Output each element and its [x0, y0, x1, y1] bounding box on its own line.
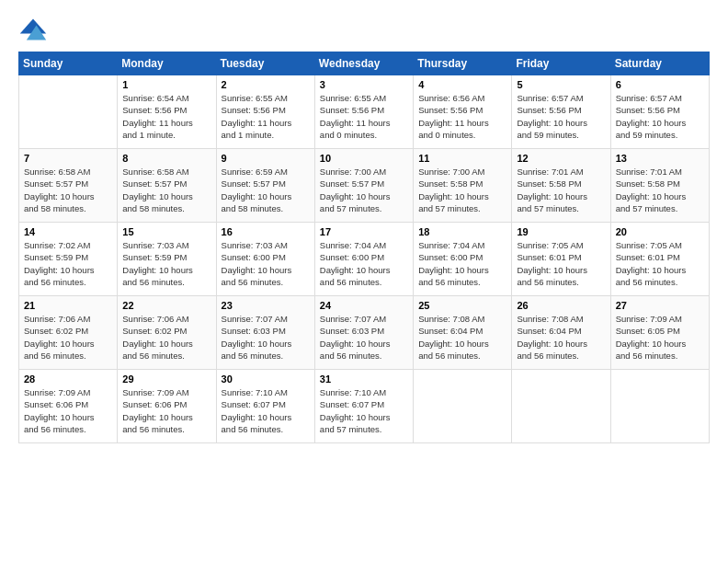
weekday-header-sunday: Sunday [19, 52, 118, 75]
day-cell: 7Sunrise: 6:58 AM Sunset: 5:57 PM Daylig… [19, 149, 118, 223]
day-info: Sunrise: 7:01 AM Sunset: 5:58 PM Dayligh… [517, 166, 605, 214]
day-cell: 4Sunrise: 6:56 AM Sunset: 5:56 PM Daylig… [414, 75, 512, 149]
day-cell: 29Sunrise: 7:09 AM Sunset: 6:06 PM Dayli… [118, 370, 216, 443]
day-info: Sunrise: 7:07 AM Sunset: 6:03 PM Dayligh… [222, 313, 310, 362]
day-cell [512, 370, 610, 443]
day-cell: 14Sunrise: 7:02 AM Sunset: 5:59 PM Dayli… [19, 223, 118, 296]
day-info: Sunrise: 7:06 AM Sunset: 6:02 PM Dayligh… [122, 313, 210, 362]
day-cell [414, 370, 512, 443]
day-cell: 11Sunrise: 7:00 AM Sunset: 5:58 PM Dayli… [414, 149, 512, 223]
weekday-header-saturday: Saturday [610, 52, 709, 75]
calendar-body: 1Sunrise: 6:54 AM Sunset: 5:56 PM Daylig… [19, 75, 710, 443]
day-info: Sunrise: 7:03 AM Sunset: 5:59 PM Dayligh… [122, 239, 210, 288]
day-number: 13 [616, 153, 704, 164]
day-info: Sunrise: 7:08 AM Sunset: 6:04 PM Dayligh… [517, 313, 605, 362]
week-row-5: 28Sunrise: 7:09 AM Sunset: 6:06 PM Dayli… [19, 370, 710, 443]
day-number: 26 [517, 300, 605, 311]
day-cell: 28Sunrise: 7:09 AM Sunset: 6:06 PM Dayli… [19, 370, 118, 443]
day-info: Sunrise: 7:03 AM Sunset: 6:00 PM Dayligh… [222, 239, 310, 288]
day-info: Sunrise: 7:09 AM Sunset: 6:06 PM Dayligh… [122, 386, 210, 435]
day-info: Sunrise: 7:04 AM Sunset: 6:00 PM Dayligh… [320, 239, 408, 288]
day-number: 17 [320, 226, 408, 237]
day-cell: 5Sunrise: 6:57 AM Sunset: 5:56 PM Daylig… [512, 75, 610, 149]
day-cell: 26Sunrise: 7:08 AM Sunset: 6:04 PM Dayli… [512, 296, 610, 370]
page: SundayMondayTuesdayWednesdayThursdayFrid… [0, 0, 728, 563]
day-cell [19, 75, 118, 149]
day-number: 21 [24, 300, 112, 311]
logo [18, 17, 51, 42]
day-number: 8 [122, 153, 210, 164]
day-info: Sunrise: 6:58 AM Sunset: 5:57 PM Dayligh… [24, 166, 112, 214]
weekday-header-friday: Friday [512, 52, 610, 75]
day-info: Sunrise: 6:58 AM Sunset: 5:57 PM Dayligh… [122, 166, 210, 214]
weekday-header-tuesday: Tuesday [216, 52, 314, 75]
day-number: 30 [222, 373, 310, 385]
day-info: Sunrise: 7:07 AM Sunset: 6:03 PM Dayligh… [320, 313, 408, 362]
day-number: 15 [122, 226, 210, 237]
day-cell: 6Sunrise: 6:57 AM Sunset: 5:56 PM Daylig… [610, 75, 709, 149]
day-cell: 10Sunrise: 7:00 AM Sunset: 5:57 PM Dayli… [314, 149, 413, 223]
day-cell: 20Sunrise: 7:05 AM Sunset: 6:01 PM Dayli… [610, 223, 709, 296]
day-cell: 15Sunrise: 7:03 AM Sunset: 5:59 PM Dayli… [118, 223, 216, 296]
day-cell: 16Sunrise: 7:03 AM Sunset: 6:00 PM Dayli… [216, 223, 314, 296]
day-cell: 2Sunrise: 6:55 AM Sunset: 5:56 PM Daylig… [216, 75, 314, 149]
day-info: Sunrise: 6:56 AM Sunset: 5:56 PM Dayligh… [418, 92, 506, 141]
day-info: Sunrise: 7:08 AM Sunset: 6:04 PM Dayligh… [418, 313, 506, 362]
day-info: Sunrise: 7:06 AM Sunset: 6:02 PM Dayligh… [24, 313, 112, 362]
day-info: Sunrise: 7:10 AM Sunset: 6:07 PM Dayligh… [320, 386, 408, 435]
day-cell: 8Sunrise: 6:58 AM Sunset: 5:57 PM Daylig… [118, 149, 216, 223]
day-number: 20 [616, 226, 704, 237]
day-number: 27 [616, 300, 704, 311]
day-number: 19 [517, 226, 605, 237]
day-cell: 24Sunrise: 7:07 AM Sunset: 6:03 PM Dayli… [314, 296, 413, 370]
day-number: 5 [517, 79, 605, 90]
day-cell: 12Sunrise: 7:01 AM Sunset: 5:58 PM Dayli… [512, 149, 610, 223]
day-cell: 21Sunrise: 7:06 AM Sunset: 6:02 PM Dayli… [19, 296, 118, 370]
day-number: 6 [616, 79, 704, 90]
calendar-header: SundayMondayTuesdayWednesdayThursdayFrid… [19, 52, 710, 75]
day-info: Sunrise: 7:04 AM Sunset: 6:00 PM Dayligh… [418, 239, 506, 288]
day-cell: 25Sunrise: 7:08 AM Sunset: 6:04 PM Dayli… [414, 296, 512, 370]
day-info: Sunrise: 6:57 AM Sunset: 5:56 PM Dayligh… [517, 92, 605, 141]
day-cell: 13Sunrise: 7:01 AM Sunset: 5:58 PM Dayli… [610, 149, 709, 223]
day-number: 25 [418, 300, 506, 311]
day-cell: 22Sunrise: 7:06 AM Sunset: 6:02 PM Dayli… [118, 296, 216, 370]
day-info: Sunrise: 7:10 AM Sunset: 6:07 PM Dayligh… [222, 386, 310, 435]
day-number: 9 [222, 153, 310, 164]
day-number: 10 [320, 153, 408, 164]
day-number: 14 [24, 226, 112, 237]
day-cell: 30Sunrise: 7:10 AM Sunset: 6:07 PM Dayli… [216, 370, 314, 443]
day-number: 23 [222, 300, 310, 311]
day-info: Sunrise: 7:05 AM Sunset: 6:01 PM Dayligh… [616, 239, 704, 288]
week-row-4: 21Sunrise: 7:06 AM Sunset: 6:02 PM Dayli… [19, 296, 710, 370]
day-info: Sunrise: 6:59 AM Sunset: 5:57 PM Dayligh… [222, 166, 310, 214]
day-info: Sunrise: 6:55 AM Sunset: 5:56 PM Dayligh… [222, 92, 310, 141]
day-cell: 18Sunrise: 7:04 AM Sunset: 6:00 PM Dayli… [414, 223, 512, 296]
week-row-2: 7Sunrise: 6:58 AM Sunset: 5:57 PM Daylig… [19, 149, 710, 223]
logo-icon [18, 17, 48, 42]
week-row-1: 1Sunrise: 6:54 AM Sunset: 5:56 PM Daylig… [19, 75, 710, 149]
day-number: 29 [122, 373, 210, 385]
day-cell: 27Sunrise: 7:09 AM Sunset: 6:05 PM Dayli… [610, 296, 709, 370]
day-cell [610, 370, 709, 443]
day-cell: 19Sunrise: 7:05 AM Sunset: 6:01 PM Dayli… [512, 223, 610, 296]
day-number: 16 [222, 226, 310, 237]
day-cell: 17Sunrise: 7:04 AM Sunset: 6:00 PM Dayli… [314, 223, 413, 296]
day-info: Sunrise: 6:57 AM Sunset: 5:56 PM Dayligh… [616, 92, 704, 141]
weekday-header-wednesday: Wednesday [314, 52, 413, 75]
day-number: 11 [418, 153, 506, 164]
day-number: 2 [222, 79, 310, 90]
day-number: 12 [517, 153, 605, 164]
day-info: Sunrise: 7:09 AM Sunset: 6:06 PM Dayligh… [24, 386, 112, 435]
week-row-3: 14Sunrise: 7:02 AM Sunset: 5:59 PM Dayli… [19, 223, 710, 296]
day-info: Sunrise: 7:05 AM Sunset: 6:01 PM Dayligh… [517, 239, 605, 288]
day-number: 22 [122, 300, 210, 311]
day-info: Sunrise: 7:02 AM Sunset: 5:59 PM Dayligh… [24, 239, 112, 288]
day-number: 3 [320, 79, 408, 90]
day-number: 28 [24, 373, 112, 385]
day-cell: 1Sunrise: 6:54 AM Sunset: 5:56 PM Daylig… [118, 75, 216, 149]
day-cell: 23Sunrise: 7:07 AM Sunset: 6:03 PM Dayli… [216, 296, 314, 370]
day-cell: 9Sunrise: 6:59 AM Sunset: 5:57 PM Daylig… [216, 149, 314, 223]
weekday-header-thursday: Thursday [414, 52, 512, 75]
day-number: 4 [418, 79, 506, 90]
